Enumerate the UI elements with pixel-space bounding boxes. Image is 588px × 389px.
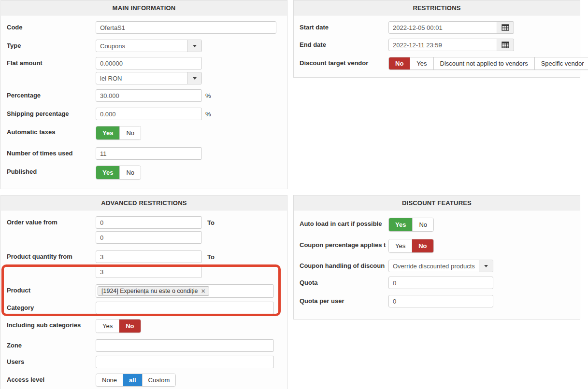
coupon-percentage-row: Coupon percentage applies t Yes No xyxy=(300,239,574,253)
order-value-to-input[interactable] xyxy=(96,231,202,244)
access-level-row: Access level None all Custom xyxy=(7,374,281,387)
main-information-panel: MAIN INFORMATION Code Type Coupons Flat … xyxy=(0,0,287,189)
start-date-calendar-button[interactable] xyxy=(497,21,514,34)
shipping-percentage-input[interactable] xyxy=(96,108,202,120)
calendar-icon xyxy=(502,24,509,31)
sub-categories-no-button[interactable]: No xyxy=(119,320,140,333)
advanced-restrictions-panel: ADVANCED RESTRICTIONS Order value from T… xyxy=(0,195,287,389)
published-toggle: Yes No xyxy=(96,166,141,180)
order-value-to-label: To xyxy=(207,219,215,226)
times-used-input[interactable] xyxy=(96,147,202,160)
main-information-title: MAIN INFORMATION xyxy=(1,0,287,15)
automatic-taxes-yes-button[interactable]: Yes xyxy=(96,126,120,139)
coupon-handling-caret-button[interactable] xyxy=(479,260,493,272)
automatic-taxes-no-button[interactable]: No xyxy=(120,126,141,139)
start-date-label: Start date xyxy=(300,21,388,31)
vendor-option-not-applied[interactable]: Discount not applied to vendors xyxy=(434,57,535,69)
published-row: Published Yes No xyxy=(7,166,281,180)
quota-label: Quota xyxy=(300,277,388,286)
published-no-button[interactable]: No xyxy=(120,166,141,179)
product-row: Product [1924] Experiența nu este o cond… xyxy=(7,284,281,298)
vendor-option-no[interactable]: No xyxy=(389,57,410,69)
product-quantity-row: Product quantity from To xyxy=(7,250,281,278)
quota-row: Quota xyxy=(300,277,574,289)
calendar-icon xyxy=(502,42,509,48)
discount-features-title: DISCOUNT FEATURES xyxy=(294,195,580,210)
access-level-label: Access level xyxy=(7,374,96,383)
code-input[interactable] xyxy=(96,21,276,34)
flat-amount-input[interactable] xyxy=(96,57,202,69)
times-used-row: Number of times used xyxy=(7,147,281,160)
percentage-input[interactable] xyxy=(96,89,202,102)
users-input[interactable] xyxy=(96,356,274,368)
autoload-toggle: Yes No xyxy=(388,218,434,232)
coupon-percentage-label: Coupon percentage applies t xyxy=(300,239,388,249)
vendor-option-specific[interactable]: Specific vendor xyxy=(535,57,588,69)
sub-categories-yes-button[interactable]: Yes xyxy=(96,320,119,333)
percentage-row: Percentage % xyxy=(7,89,281,102)
coupon-percentage-no-button[interactable]: No xyxy=(412,239,433,252)
product-tag-input[interactable]: [1924] Experiența nu este o condiție × xyxy=(96,284,274,298)
autoload-yes-button[interactable]: Yes xyxy=(389,218,413,231)
coupon-handling-select[interactable]: Override discounted products xyxy=(388,260,493,272)
end-date-input[interactable] xyxy=(388,39,497,51)
chevron-down-icon xyxy=(484,265,488,267)
advanced-restrictions-title: ADVANCED RESTRICTIONS xyxy=(1,195,287,210)
zone-row: Zone xyxy=(7,339,281,352)
discount-target-vendor-row: Discount target vendor No Yes Discount n… xyxy=(300,57,574,70)
type-select[interactable]: Coupons xyxy=(96,40,202,52)
autoload-no-button[interactable]: No xyxy=(413,218,433,231)
currency-select-caret-button[interactable] xyxy=(187,72,201,84)
coupon-percentage-yes-button[interactable]: Yes xyxy=(389,239,412,252)
type-row: Type Coupons xyxy=(7,40,281,52)
published-yes-button[interactable]: Yes xyxy=(96,166,120,179)
quota-per-user-label: Quota per user xyxy=(300,295,388,305)
access-level-custom-button[interactable]: Custom xyxy=(143,374,176,386)
access-level-group: None all Custom xyxy=(96,374,176,387)
users-row: Users xyxy=(7,356,281,368)
code-row: Code xyxy=(7,21,281,34)
order-value-from-input[interactable] xyxy=(96,216,202,229)
coupon-handling-select-value: Override discounted products xyxy=(389,260,479,272)
end-date-calendar-button[interactable] xyxy=(497,39,514,51)
restrictions-title: RESTRICTIONS xyxy=(294,0,580,15)
type-select-caret-button[interactable] xyxy=(187,40,201,52)
chevron-down-icon xyxy=(193,77,197,80)
automatic-taxes-toggle: Yes No xyxy=(96,126,141,140)
sub-categories-row: Including sub categories Yes No xyxy=(7,319,281,333)
quota-input[interactable] xyxy=(388,277,493,289)
sub-categories-label: Including sub categories xyxy=(7,319,96,329)
automatic-taxes-row: Automatic taxes Yes No xyxy=(7,126,281,140)
shipping-percentage-label: Shipping percentage xyxy=(7,108,96,117)
currency-select[interactable]: lei RON xyxy=(96,72,202,84)
vendor-option-yes[interactable]: Yes xyxy=(410,57,433,69)
access-level-all-button[interactable]: all xyxy=(123,374,142,386)
quota-per-user-input[interactable] xyxy=(388,295,493,307)
shipping-percentage-row: Shipping percentage % xyxy=(7,108,281,120)
zone-label: Zone xyxy=(7,339,96,349)
category-input[interactable] xyxy=(96,302,274,314)
category-label: Category xyxy=(7,302,96,311)
access-level-none-button[interactable]: None xyxy=(96,374,123,386)
percentage-label: Percentage xyxy=(7,89,96,99)
start-date-row: Start date xyxy=(300,21,574,34)
product-tag-text: [1924] Experiența nu este o condiție xyxy=(101,288,198,294)
users-label: Users xyxy=(7,356,96,365)
currency-select-value: lei RON xyxy=(96,72,187,84)
close-icon[interactable]: × xyxy=(201,288,205,294)
restrictions-panel: RESTRICTIONS Start date xyxy=(293,0,580,78)
product-quantity-from-input[interactable] xyxy=(96,250,202,263)
discount-features-panel: DISCOUNT FEATURES Auto load in cart if p… xyxy=(293,195,580,320)
product-tag: [1924] Experiența nu este o condiție × xyxy=(98,286,209,296)
code-label: Code xyxy=(7,21,96,31)
product-quantity-to-label: To xyxy=(207,253,215,261)
product-quantity-to-input[interactable] xyxy=(96,265,202,278)
autoload-row: Auto load in cart if possible Yes No xyxy=(300,218,574,232)
flat-amount-label: Flat amount xyxy=(7,57,96,67)
zone-input[interactable] xyxy=(96,339,274,352)
flat-amount-row: Flat amount lei RON xyxy=(7,57,281,84)
quota-per-user-row: Quota per user xyxy=(300,295,574,307)
coupon-percentage-toggle: Yes No xyxy=(388,239,434,253)
start-date-input[interactable] xyxy=(388,21,497,34)
category-row: Category xyxy=(7,302,281,314)
